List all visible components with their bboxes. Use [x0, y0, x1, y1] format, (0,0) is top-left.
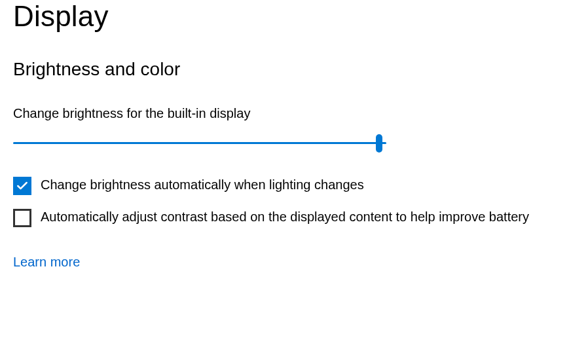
auto-brightness-checkbox-row[interactable]: Change brightness automatically when lig…	[13, 176, 575, 195]
slider-thumb[interactable]	[376, 134, 382, 153]
brightness-slider[interactable]	[13, 134, 386, 153]
page-title: Display	[13, 0, 575, 33]
auto-contrast-checkbox-row[interactable]: Automatically adjust contrast based on t…	[13, 208, 575, 227]
check-icon	[16, 179, 29, 192]
section-brightness-title: Brightness and color	[13, 59, 575, 80]
learn-more-link[interactable]: Learn more	[13, 255, 80, 270]
auto-contrast-label: Automatically adjust contrast based on t…	[41, 208, 529, 226]
brightness-slider-label: Change brightness for the built-in displ…	[13, 106, 575, 121]
auto-contrast-checkbox[interactable]	[13, 209, 31, 227]
auto-brightness-label: Change brightness automatically when lig…	[41, 176, 364, 194]
auto-brightness-checkbox[interactable]	[13, 177, 31, 195]
slider-track	[13, 142, 386, 144]
